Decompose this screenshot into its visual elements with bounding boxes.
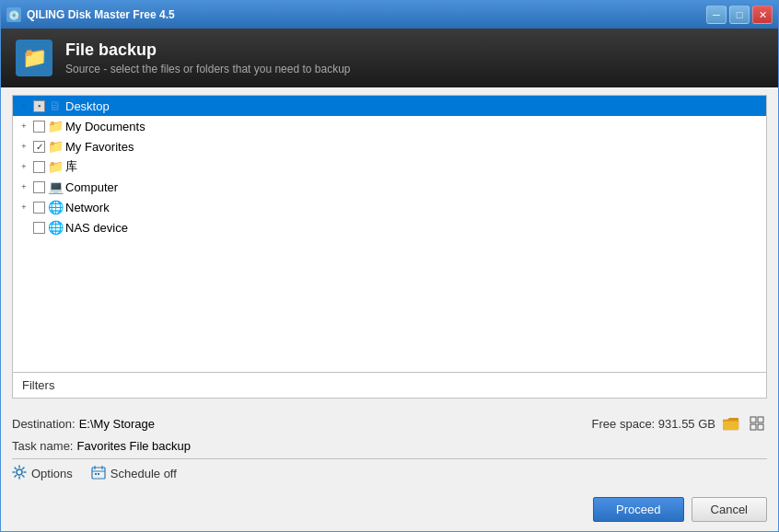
destination-left: Destination: E:\My Storage bbox=[12, 417, 155, 431]
title-bar-left: 💿 QILING Disk Master Free 4.5 bbox=[6, 7, 175, 22]
checkbox-nas[interactable] bbox=[33, 222, 45, 234]
icon-my-documents: 📁 bbox=[47, 119, 64, 133]
svg-rect-11 bbox=[95, 473, 97, 475]
options-label: Options bbox=[31, 467, 73, 480]
header-icon: 📁 bbox=[16, 40, 52, 76]
label-desktop: Desktop bbox=[65, 99, 110, 113]
icon-library: 📁 bbox=[47, 159, 64, 174]
grid-view-button[interactable] bbox=[747, 413, 767, 434]
schedule-label: Schedule off bbox=[110, 467, 177, 480]
header-title: File backup bbox=[65, 40, 351, 60]
expand-library[interactable]: + bbox=[17, 159, 31, 174]
tree-item-network[interactable]: + 🌐 Network bbox=[13, 197, 766, 217]
title-bar-buttons: ─ □ ✕ bbox=[706, 6, 773, 24]
expand-desktop[interactable]: + bbox=[17, 98, 31, 113]
expand-network[interactable]: + bbox=[17, 200, 31, 214]
tree-item-my-favorites[interactable]: + ✓ 📁 My Favorites bbox=[13, 136, 766, 156]
svg-rect-12 bbox=[98, 473, 99, 475]
tree-item-desktop[interactable]: + ▪ 🖥 Desktop bbox=[13, 96, 766, 116]
schedule-icon bbox=[91, 465, 106, 482]
filters-label: Filters bbox=[22, 378, 54, 392]
schedule-button[interactable]: Schedule off bbox=[91, 465, 177, 482]
svg-rect-2 bbox=[750, 417, 756, 422]
divider bbox=[12, 458, 767, 459]
taskname-value: Favorites File backup bbox=[76, 439, 191, 453]
checkbox-computer[interactable] bbox=[33, 181, 45, 193]
destination-label: Destination: bbox=[12, 417, 76, 431]
label-my-favorites: My Favorites bbox=[65, 140, 134, 154]
proceed-button[interactable]: Proceed bbox=[593, 497, 683, 522]
destination-row: Destination: E:\My Storage Free space: 9… bbox=[12, 413, 767, 434]
bottom-panel: Destination: E:\My Storage Free space: 9… bbox=[1, 406, 778, 490]
cancel-button[interactable]: Cancel bbox=[692, 497, 767, 522]
svg-rect-1 bbox=[723, 422, 738, 430]
label-computer: Computer bbox=[65, 180, 118, 194]
label-network: Network bbox=[65, 201, 110, 214]
maximize-button[interactable]: □ bbox=[729, 6, 750, 24]
main-window: 💿 QILING Disk Master Free 4.5 ─ □ ✕ 📁 Fi… bbox=[0, 0, 779, 532]
icon-nas: 🌐 bbox=[47, 220, 64, 235]
browse-button[interactable] bbox=[721, 413, 741, 434]
expand-my-documents[interactable]: + bbox=[17, 119, 31, 133]
tree-item-computer[interactable]: + 💻 Computer bbox=[13, 177, 766, 197]
expand-computer[interactable]: + bbox=[17, 179, 31, 194]
icon-computer: 💻 bbox=[47, 179, 64, 194]
svg-rect-4 bbox=[750, 424, 756, 430]
checkbox-library[interactable] bbox=[33, 161, 45, 173]
icon-desktop: 🖥 bbox=[47, 98, 64, 113]
window-title: QILING Disk Master Free 4.5 bbox=[27, 8, 175, 21]
filters-section: Filters bbox=[12, 373, 767, 399]
expand-my-favorites[interactable]: + bbox=[17, 139, 31, 154]
checkbox-desktop[interactable]: ▪ bbox=[33, 100, 45, 112]
destination-right: Free space: 931.55 GB bbox=[592, 413, 767, 434]
header-text: File backup Source - select the files or… bbox=[65, 40, 351, 75]
options-button[interactable]: Options bbox=[12, 465, 73, 482]
checkbox-my-favorites[interactable]: ✓ bbox=[33, 141, 45, 153]
tree-item-my-documents[interactable]: + 📁 My Documents bbox=[13, 116, 766, 136]
footer-buttons: Proceed Cancel bbox=[1, 490, 778, 531]
icon-network: 🌐 bbox=[47, 200, 64, 214]
svg-rect-5 bbox=[758, 424, 763, 430]
taskname-row: Task name: Favorites File backup bbox=[12, 439, 767, 453]
options-row: Options Schedule off bbox=[12, 465, 767, 482]
destination-value: E:\My Storage bbox=[79, 417, 155, 431]
options-gear-icon bbox=[12, 465, 27, 482]
close-button[interactable]: ✕ bbox=[752, 6, 773, 24]
minimize-button[interactable]: ─ bbox=[706, 6, 727, 24]
svg-rect-3 bbox=[758, 417, 763, 422]
tree-item-nas-device[interactable]: + 🌐 NAS device bbox=[13, 217, 766, 237]
header-subtitle: Source - select the files or folders tha… bbox=[65, 63, 351, 75]
taskname-label: Task name: bbox=[12, 439, 73, 453]
app-icon: 💿 bbox=[6, 7, 21, 22]
label-nas: NAS device bbox=[65, 221, 128, 235]
checkbox-my-documents[interactable] bbox=[33, 121, 45, 133]
header-bar: 📁 File backup Source - select the files … bbox=[1, 29, 778, 87]
tree-item-library[interactable]: + 📁 库 bbox=[13, 156, 766, 177]
title-bar: 💿 QILING Disk Master Free 4.5 ─ □ ✕ bbox=[1, 1, 778, 29]
file-tree-panel[interactable]: + ▪ 🖥 Desktop + 📁 My Documents + ✓ bbox=[12, 95, 767, 373]
label-library: 库 bbox=[65, 158, 77, 175]
label-my-documents: My Documents bbox=[65, 120, 145, 133]
svg-point-6 bbox=[17, 469, 22, 475]
icon-my-favorites: 📁 bbox=[47, 139, 64, 154]
checkbox-network[interactable] bbox=[33, 202, 45, 214]
free-space-text: Free space: 931.55 GB bbox=[592, 417, 715, 431]
main-content: + ▪ 🖥 Desktop + 📁 My Documents + ✓ bbox=[1, 87, 778, 406]
